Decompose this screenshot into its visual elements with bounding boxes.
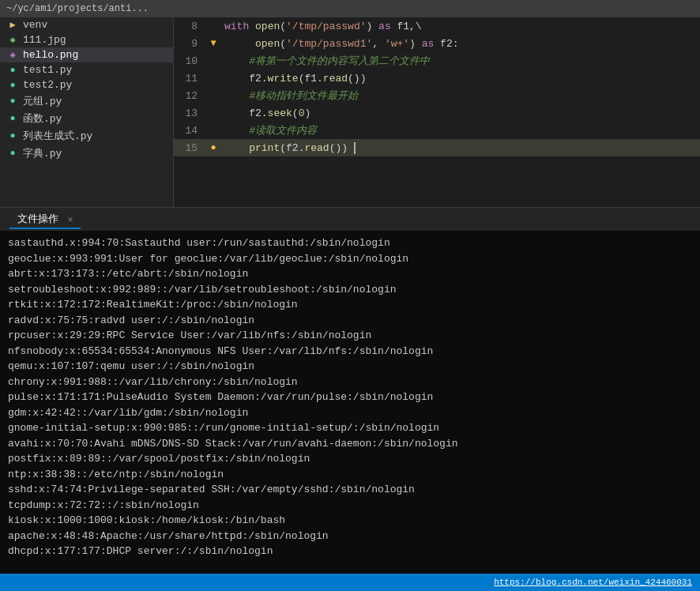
- terminal-line: apache:x:48:48:Apache:/usr/share/httpd:/…: [8, 529, 692, 544]
- sidebar-item-venv[interactable]: ▶venv: [0, 17, 173, 32]
- file-icon: ●: [6, 65, 19, 76]
- file-icon: ●: [6, 148, 19, 159]
- line-code: f2.write(f1.read()): [221, 70, 700, 87]
- line-number: 11: [174, 70, 205, 87]
- sidebar-item-test2py[interactable]: ●test2.py: [0, 77, 173, 92]
- title-bar: ~/yc/ami/projects/anti...: [0, 0, 700, 17]
- code-area: 8with open('/tmp/passwd') as f1,\9▼ open…: [174, 17, 700, 207]
- terminal-line: setroubleshoot:x:992:989::/var/lib/setro…: [8, 282, 692, 298]
- sidebar-item-tuple[interactable]: ●元组.py: [0, 92, 173, 110]
- sidebar-item-label: 列表生成式.py: [23, 129, 92, 143]
- line-number: 9: [174, 35, 205, 52]
- terminal-line: sshd:x:74:74:Privilege-separated SSH:/va…: [8, 482, 692, 498]
- line-code: open('/tmp/passwd1', 'w+') as f2:: [221, 35, 700, 52]
- sidebar-item-label: 字典.py: [23, 146, 62, 160]
- file-icon: ◈: [6, 34, 19, 46]
- sidebar-item-label: 函数.py: [23, 111, 62, 126]
- terminal-line: rtkit:x:172:172:RealtimeKit:/proc:/sbin/…: [8, 297, 692, 313]
- terminal-line: ntp:x:38:38::/etc/ntp:/sbin/nologin: [8, 467, 692, 483]
- sidebar-item-label: 111.jpg: [23, 34, 66, 46]
- terminal-line: pulse:x:171:171:PulseAudio System Daemon…: [8, 390, 692, 405]
- sidebar-item-hellopng[interactable]: ◈hello.png: [0, 47, 173, 62]
- line-code: #读取文件内容: [221, 122, 700, 139]
- terminal-line: rpcuser:x:29:29:RPC Service User:/var/li…: [8, 328, 692, 344]
- file-icon: ◈: [6, 49, 19, 61]
- terminal-line: postfix:x:89:89::/var/spool/postfix:/sbi…: [8, 451, 692, 467]
- main-area: ▶venv◈111.jpg◈hello.png●test1.py●test2.p…: [0, 17, 700, 207]
- sidebar: ▶venv◈111.jpg◈hello.png●test1.py●test2.p…: [0, 17, 174, 207]
- terminal-line: tcpdump:x:72:72::/:sbin/nologin: [8, 498, 692, 514]
- terminal-tab-text: 文件操作: [17, 213, 58, 225]
- line-number: 8: [174, 17, 205, 35]
- sidebar-item-listcomp[interactable]: ●列表生成式.py: [0, 127, 173, 145]
- sidebar-item-label: 元组.py: [23, 94, 62, 108]
- line-gutter: [205, 122, 221, 139]
- line-code: #将第一个文件的内容写入第二个文件中: [221, 52, 700, 70]
- file-icon: ●: [6, 96, 19, 107]
- line-gutter: [205, 52, 221, 70]
- sidebar-item-label: hello.png: [23, 49, 78, 61]
- sidebar-item-label: test1.py: [23, 64, 72, 76]
- terminal-close-button[interactable]: ✕: [68, 215, 73, 224]
- line-gutter: [205, 17, 221, 35]
- terminal-line: geoclue:x:993:991:User for geoclue:/var/…: [8, 251, 692, 267]
- line-number: 13: [174, 104, 205, 122]
- terminal-line: dhcpd:x:177:177:DHCP server:/:/sbin/nolo…: [8, 544, 692, 559]
- terminal-line: abrt:x:173:173::/etc/abrt:/sbin/nologin: [8, 266, 692, 282]
- file-icon: ●: [6, 80, 19, 91]
- line-gutter: [205, 87, 221, 104]
- line-gutter: [205, 70, 221, 87]
- line-code: f2.seek(0): [221, 104, 700, 122]
- file-icon: ▶: [6, 19, 19, 31]
- title-path: ~/yc/ami/projects/anti...: [6, 3, 149, 14]
- line-gutter: ●: [205, 139, 221, 156]
- editor: 8with open('/tmp/passwd') as f1,\9▼ open…: [174, 17, 700, 207]
- line-code: #移动指针到文件最开始: [221, 87, 700, 104]
- status-bar: https://blog.csdn.net/weixin_424460031: [0, 574, 700, 591]
- file-icon: ●: [6, 113, 19, 124]
- file-icon: ●: [6, 130, 19, 141]
- line-gutter: [205, 104, 221, 122]
- line-number: 15: [174, 139, 205, 156]
- terminal-tab[interactable]: 文件操作 ✕: [9, 210, 81, 229]
- terminal-line: gnome-initial-setup:x:990:985::/run/gnom…: [8, 420, 692, 436]
- line-number: 12: [174, 87, 205, 104]
- sidebar-item-test1py[interactable]: ●test1.py: [0, 62, 173, 77]
- line-number: 14: [174, 122, 205, 139]
- terminal-line: kiosk:x:1000:1000:kiosk:/home/kiosk:/bin…: [8, 513, 692, 529]
- line-number: 10: [174, 52, 205, 70]
- sidebar-item-111jpg[interactable]: ◈111.jpg: [0, 32, 173, 47]
- sidebar-item-label: test2.py: [23, 79, 72, 91]
- terminal-line: nfsnobody:x:65534:65534:Anonymous NFS Us…: [8, 344, 692, 359]
- sidebar-item-label: venv: [23, 19, 47, 31]
- terminal: sastauthd.x:994:70:Sastauthd user:/run/s…: [0, 231, 700, 574]
- terminal-line: gdm:x:42:42::/var/lib/gdm:/sbin/nologin: [8, 405, 692, 421]
- terminal-line: avahi:x:70:70:Avahi mDNS/DNS-SD Stack:/v…: [8, 436, 692, 452]
- status-bar-link[interactable]: https://blog.csdn.net/weixin_424460031: [494, 578, 692, 587]
- terminal-line: sastauthd.x:994:70:Sastauthd user:/run/s…: [8, 235, 692, 251]
- line-code: print(f2.read()): [221, 139, 700, 156]
- sidebar-item-func[interactable]: ●函数.py: [0, 110, 173, 127]
- terminal-line: radvd:x:75:75:radvd user:/:/sbin/nologin: [8, 313, 692, 329]
- code-table: 8with open('/tmp/passwd') as f1,\9▼ open…: [174, 17, 700, 156]
- terminal-line: qemu:x:107:107:qemu user:/:/sbin/nologin: [8, 359, 692, 375]
- line-code: with open('/tmp/passwd') as f1,\: [221, 17, 700, 35]
- line-gutter: ▼: [205, 35, 221, 52]
- terminal-header: 文件操作 ✕: [0, 207, 700, 231]
- sidebar-item-dict[interactable]: ●字典.py: [0, 145, 173, 162]
- terminal-line: chrony:x:991:988::/var/lib/chrony:/sbin/…: [8, 375, 692, 390]
